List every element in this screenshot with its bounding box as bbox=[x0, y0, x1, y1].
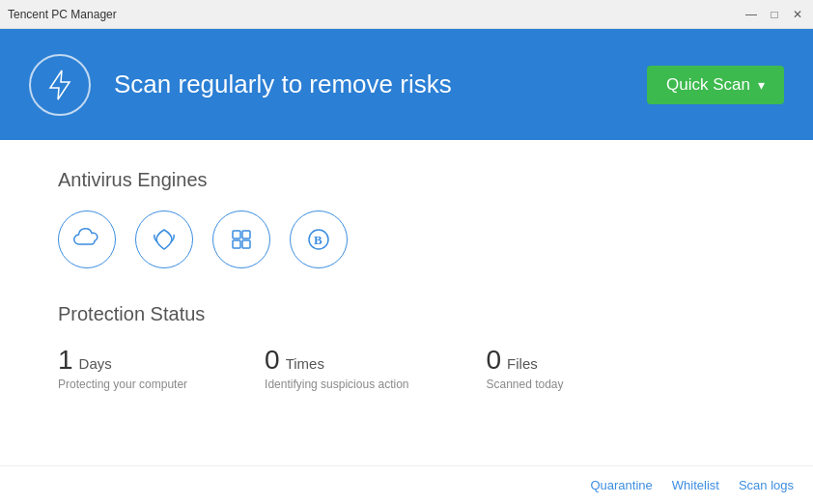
quick-scan-label: Quick Scan bbox=[666, 75, 750, 95]
window-controls: — □ ✕ bbox=[743, 7, 805, 22]
stat-times-unit: Times bbox=[286, 355, 324, 372]
stat-days: 1 Days Protecting your computer bbox=[58, 345, 187, 391]
lightning-icon-circle bbox=[29, 54, 91, 116]
app-title: Tencent PC Manager bbox=[8, 8, 117, 21]
svg-rect-3 bbox=[233, 240, 240, 248]
footer: Quarantine Whitelist Scan logs bbox=[0, 465, 813, 504]
svg-marker-0 bbox=[50, 70, 70, 99]
main-content: Antivirus Engines bbox=[0, 140, 813, 430]
stat-days-unit: Days bbox=[79, 355, 112, 372]
stat-times: 0 Times Identifying suspicious action bbox=[265, 345, 408, 391]
lightning-icon bbox=[42, 68, 77, 102]
stat-times-number: 0 bbox=[265, 345, 280, 376]
stat-files: 0 Files Scanned today bbox=[486, 345, 563, 391]
antivirus-section-title: Antivirus Engines bbox=[58, 169, 755, 191]
stat-files-number: 0 bbox=[486, 345, 501, 376]
cloud-icon bbox=[72, 225, 101, 254]
bitdefender-engine-icon: B bbox=[290, 210, 348, 268]
minimize-button[interactable]: — bbox=[743, 7, 759, 22]
svg-text:B: B bbox=[314, 233, 322, 247]
engine-icons-list: B bbox=[58, 210, 755, 268]
scan-logs-link[interactable]: Scan logs bbox=[739, 478, 794, 492]
windows-icon bbox=[227, 225, 256, 254]
stat-files-unit: Files bbox=[507, 355, 538, 372]
antivirus-section: Antivirus Engines bbox=[58, 169, 755, 268]
header-tagline: Scan regularly to remove risks bbox=[114, 70, 624, 99]
title-bar: Tencent PC Manager — □ ✕ bbox=[0, 0, 813, 29]
bitdefender-icon: B bbox=[304, 225, 333, 254]
protection-section-title: Protection Status bbox=[58, 303, 755, 325]
whitelist-link[interactable]: Whitelist bbox=[672, 478, 719, 492]
falcon-engine-icon bbox=[135, 210, 193, 268]
svg-rect-1 bbox=[233, 231, 240, 238]
quick-scan-button[interactable]: Quick Scan ▾ bbox=[647, 66, 784, 104]
stat-times-desc: Identifying suspicious action bbox=[265, 378, 408, 391]
protection-status-section: Protection Status 1 Days Protecting your… bbox=[58, 303, 755, 391]
maximize-button[interactable]: □ bbox=[767, 7, 782, 22]
close-button[interactable]: ✕ bbox=[790, 7, 805, 22]
falcon-icon bbox=[150, 225, 179, 254]
svg-rect-2 bbox=[242, 231, 250, 238]
chevron-down-icon: ▾ bbox=[758, 77, 765, 93]
quarantine-link[interactable]: Quarantine bbox=[590, 478, 652, 492]
stat-files-desc: Scanned today bbox=[486, 378, 563, 391]
svg-rect-4 bbox=[242, 240, 250, 248]
stat-days-number: 1 bbox=[58, 345, 73, 376]
header-banner: Scan regularly to remove risks Quick Sca… bbox=[0, 29, 813, 140]
windows-engine-icon bbox=[212, 210, 270, 268]
stat-days-desc: Protecting your computer bbox=[58, 378, 187, 391]
cloud-engine-icon bbox=[58, 210, 116, 268]
protection-stats-list: 1 Days Protecting your computer 0 Times … bbox=[58, 345, 755, 391]
